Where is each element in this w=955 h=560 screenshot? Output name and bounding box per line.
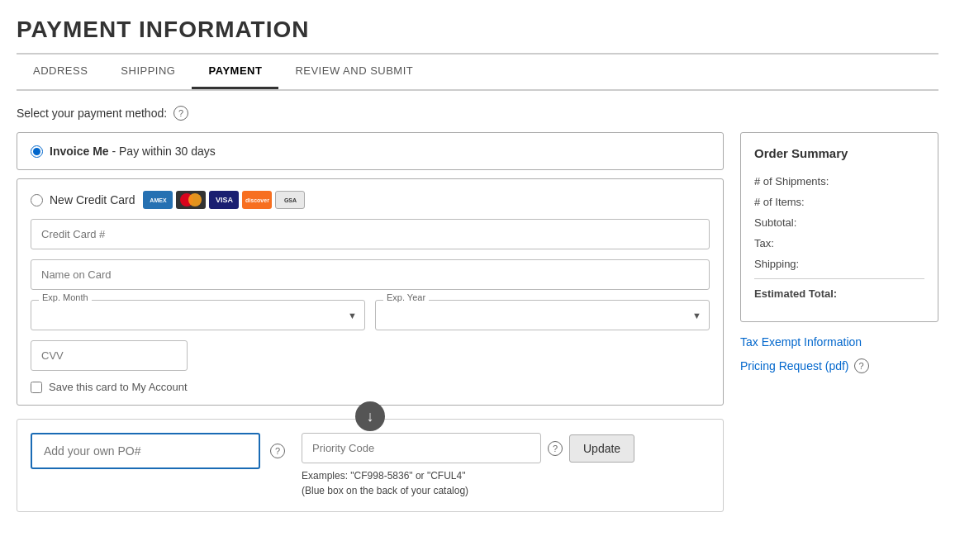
pricing-request-row: Pricing Request (pdf) ? — [740, 358, 938, 373]
tax-label: Tax: — [754, 237, 774, 249]
page-title: PAYMENT INFORMATION — [17, 17, 938, 43]
exp-month-select[interactable]: 01020304 05060708 09101112 — [31, 300, 365, 330]
cc-radio-label[interactable]: New Credit Card — [31, 193, 135, 206]
pricing-request-link[interactable]: Pricing Request (pdf) — [740, 359, 849, 373]
step-shipping[interactable]: SHIPPING — [104, 55, 192, 89]
save-card-label: Save this card to My Account — [49, 381, 188, 393]
new-cc-label: New Credit Card — [50, 193, 135, 206]
priority-row: ? Update — [302, 433, 634, 463]
tax-row: Tax: — [754, 237, 924, 249]
step-payment[interactable]: PAYMENT — [192, 55, 278, 89]
invoice-radio[interactable] — [31, 145, 43, 158]
gsa-icon: GSA — [275, 191, 305, 209]
shipping-row: Shipping: — [754, 258, 924, 270]
subtotal-row: Subtotal: — [754, 216, 924, 229]
update-button[interactable]: Update — [569, 434, 634, 463]
exp-year-label: Exp. Year — [383, 292, 429, 302]
shipping-label: Shipping: — [754, 258, 799, 270]
save-card-row: Save this card to My Account — [31, 381, 710, 393]
svg-point-1 — [188, 193, 202, 206]
shipments-label: # of Shipments: — [754, 175, 829, 187]
subtotal-label: Subtotal: — [754, 216, 796, 229]
order-summary-title: Order Summary — [754, 146, 924, 164]
items-label: # of Items: — [754, 196, 805, 208]
mastercard-icon — [176, 191, 206, 209]
payment-method-label: Select your payment method: ? — [17, 106, 938, 121]
main-layout: Invoice Me - Pay within 30 days New Cred… — [17, 132, 938, 512]
side-links: Tax Exempt Information Pricing Request (… — [740, 335, 938, 373]
name-on-card-input[interactable] — [31, 259, 710, 290]
examples-line2: (Blue box on the back of your catalog) — [302, 483, 634, 498]
po-input-group: ? — [31, 433, 285, 469]
down-arrow-icon: ↓ — [355, 401, 385, 431]
estimated-total-row: Estimated Total: — [754, 278, 924, 300]
invoice-text: Invoice Me - Pay within 30 days — [50, 145, 216, 158]
payment-help-icon[interactable]: ? — [173, 106, 188, 121]
steps-bar: ADDRESS SHIPPING PAYMENT REVIEW AND SUBM… — [17, 53, 938, 91]
cc-header: New Credit Card AMEX VISA discover GSA — [31, 191, 710, 209]
right-column: Order Summary # of Shipments: # of Items… — [740, 132, 938, 373]
step-address[interactable]: ADDRESS — [17, 55, 104, 89]
visa-icon: VISA — [209, 191, 239, 209]
exp-month-wrap: Exp. Month 01020304 05060708 09101112 ▼ — [31, 300, 365, 330]
left-column: Invoice Me - Pay within 30 days New Cred… — [17, 132, 724, 512]
examples-line1: Examples: "CF998-5836" or "CFUL4" — [302, 468, 634, 483]
expiry-row: Exp. Month 01020304 05060708 09101112 ▼ … — [31, 300, 710, 330]
priority-section: ? Update Examples: "CF998-5836" or "CFUL… — [302, 433, 634, 498]
exp-month-label: Exp. Month — [39, 292, 92, 302]
exp-year-select[interactable]: 2024202520262027 202820292030 — [375, 300, 710, 330]
order-summary: Order Summary # of Shipments: # of Items… — [740, 132, 938, 322]
cvv-input[interactable] — [31, 340, 188, 371]
priority-examples: Examples: "CF998-5836" or "CFUL4" (Blue … — [302, 468, 634, 498]
shipments-row: # of Shipments: — [754, 175, 924, 187]
invoice-radio-label[interactable]: Invoice Me - Pay within 30 days — [31, 145, 710, 158]
credit-card-input[interactable] — [31, 219, 710, 249]
save-card-checkbox[interactable] — [31, 382, 42, 393]
items-row: # of Items: — [754, 196, 924, 208]
po-help-icon[interactable]: ? — [270, 444, 285, 458]
po-row: ? ? Update Examples: "CF998-5836" or "CF… — [31, 433, 710, 498]
priority-code-input[interactable] — [302, 433, 541, 463]
step-review[interactable]: REVIEW AND SUBMIT — [278, 55, 430, 89]
po-number-input[interactable] — [34, 436, 257, 466]
po-section: ↓ ? ? Update Example — [17, 419, 724, 512]
invoice-option: Invoice Me - Pay within 30 days — [17, 132, 724, 170]
tax-exempt-link[interactable]: Tax Exempt Information — [740, 335, 938, 349]
estimated-total-label: Estimated Total: — [754, 287, 837, 300]
cc-icons: AMEX VISA discover GSA — [143, 191, 305, 209]
select-method-text: Select your payment method: — [17, 107, 167, 120]
pricing-help-icon[interactable]: ? — [854, 358, 869, 373]
cc-radio[interactable] — [31, 194, 43, 206]
priority-help-icon[interactable]: ? — [548, 441, 563, 456]
exp-year-wrap: Exp. Year 2024202520262027 202820292030 … — [375, 300, 710, 330]
new-cc-section: New Credit Card AMEX VISA discover GSA — [17, 178, 724, 406]
discover-icon: discover — [242, 191, 272, 209]
po-input-wrap — [31, 433, 260, 469]
amex-icon: AMEX — [143, 191, 173, 209]
